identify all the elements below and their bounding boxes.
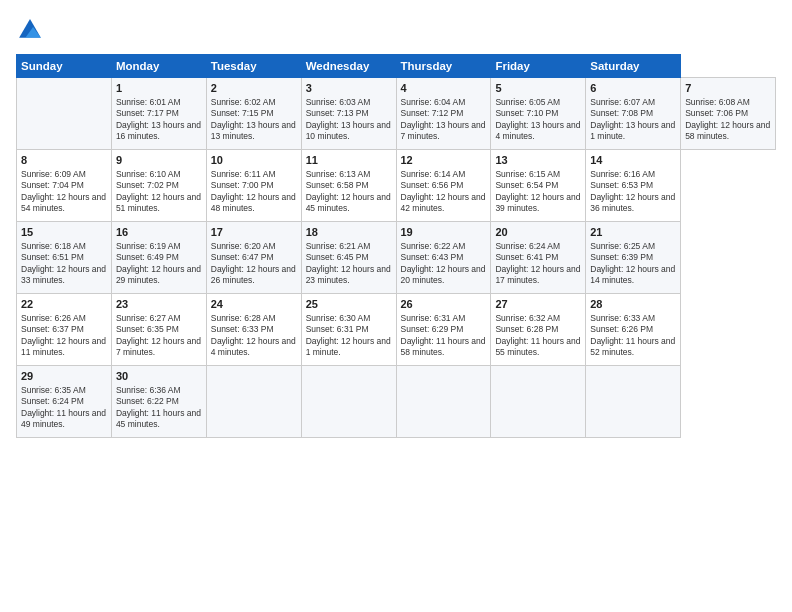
day-number: 14 xyxy=(590,153,676,168)
table-row: 11Sunrise: 6:13 AMSunset: 6:58 PMDayligh… xyxy=(301,150,396,222)
daylight-text: Daylight: 12 hours and 4 minutes. xyxy=(211,336,296,357)
sunrise-text: Sunrise: 6:18 AM xyxy=(21,241,86,251)
sunset-text: Sunset: 6:24 PM xyxy=(21,396,84,406)
table-row: 9Sunrise: 6:10 AMSunset: 7:02 PMDaylight… xyxy=(111,150,206,222)
table-row: 18Sunrise: 6:21 AMSunset: 6:45 PMDayligh… xyxy=(301,222,396,294)
sunrise-text: Sunrise: 6:26 AM xyxy=(21,313,86,323)
col-header-wednesday: Wednesday xyxy=(301,55,396,78)
col-header-monday: Monday xyxy=(111,55,206,78)
sunrise-text: Sunrise: 6:35 AM xyxy=(21,385,86,395)
sunrise-text: Sunrise: 6:24 AM xyxy=(495,241,560,251)
day-number: 27 xyxy=(495,297,581,312)
daylight-text: Daylight: 11 hours and 52 minutes. xyxy=(590,336,675,357)
sunrise-text: Sunrise: 6:30 AM xyxy=(306,313,371,323)
table-row: 12Sunrise: 6:14 AMSunset: 6:56 PMDayligh… xyxy=(396,150,491,222)
sunrise-text: Sunrise: 6:13 AM xyxy=(306,169,371,179)
day-number: 28 xyxy=(590,297,676,312)
daylight-text: Daylight: 12 hours and 42 minutes. xyxy=(401,192,486,213)
sunset-text: Sunset: 6:28 PM xyxy=(495,324,558,334)
day-number: 18 xyxy=(306,225,392,240)
table-row: 25Sunrise: 6:30 AMSunset: 6:31 PMDayligh… xyxy=(301,294,396,366)
col-header-tuesday: Tuesday xyxy=(206,55,301,78)
col-header-saturday: Saturday xyxy=(586,55,681,78)
day-number: 9 xyxy=(116,153,202,168)
daylight-text: Daylight: 13 hours and 10 minutes. xyxy=(306,120,391,141)
sunrise-text: Sunrise: 6:04 AM xyxy=(401,97,466,107)
table-row: 14Sunrise: 6:16 AMSunset: 6:53 PMDayligh… xyxy=(586,150,681,222)
sunset-text: Sunset: 6:43 PM xyxy=(401,252,464,262)
day-number: 30 xyxy=(116,369,202,384)
calendar-page: SundayMondayTuesdayWednesdayThursdayFrid… xyxy=(0,0,792,612)
sunset-text: Sunset: 6:54 PM xyxy=(495,180,558,190)
sunset-text: Sunset: 6:41 PM xyxy=(495,252,558,262)
daylight-text: Daylight: 12 hours and 48 minutes. xyxy=(211,192,296,213)
sunset-text: Sunset: 6:56 PM xyxy=(401,180,464,190)
daylight-text: Daylight: 12 hours and 20 minutes. xyxy=(401,264,486,285)
daylight-text: Daylight: 12 hours and 23 minutes. xyxy=(306,264,391,285)
sunrise-text: Sunrise: 6:31 AM xyxy=(401,313,466,323)
sunset-text: Sunset: 7:04 PM xyxy=(21,180,84,190)
sunset-text: Sunset: 6:33 PM xyxy=(211,324,274,334)
table-row xyxy=(491,366,586,438)
sunset-text: Sunset: 6:51 PM xyxy=(21,252,84,262)
table-row: 6Sunrise: 6:07 AMSunset: 7:08 PMDaylight… xyxy=(586,78,681,150)
table-row: 22Sunrise: 6:26 AMSunset: 6:37 PMDayligh… xyxy=(17,294,112,366)
sunset-text: Sunset: 7:08 PM xyxy=(590,108,653,118)
table-row: 30Sunrise: 6:36 AMSunset: 6:22 PMDayligh… xyxy=(111,366,206,438)
sunrise-text: Sunrise: 6:07 AM xyxy=(590,97,655,107)
sunset-text: Sunset: 7:17 PM xyxy=(116,108,179,118)
sunset-text: Sunset: 6:49 PM xyxy=(116,252,179,262)
table-row: 1Sunrise: 6:01 AMSunset: 7:17 PMDaylight… xyxy=(111,78,206,150)
day-number: 7 xyxy=(685,81,771,96)
sunrise-text: Sunrise: 6:36 AM xyxy=(116,385,181,395)
table-row xyxy=(586,366,681,438)
daylight-text: Daylight: 13 hours and 13 minutes. xyxy=(211,120,296,141)
day-number: 11 xyxy=(306,153,392,168)
daylight-text: Daylight: 12 hours and 58 minutes. xyxy=(685,120,770,141)
table-row: 19Sunrise: 6:22 AMSunset: 6:43 PMDayligh… xyxy=(396,222,491,294)
sunrise-text: Sunrise: 6:20 AM xyxy=(211,241,276,251)
sunrise-text: Sunrise: 6:22 AM xyxy=(401,241,466,251)
daylight-text: Daylight: 13 hours and 4 minutes. xyxy=(495,120,580,141)
week-row-1: 1Sunrise: 6:01 AMSunset: 7:17 PMDaylight… xyxy=(17,78,776,150)
daylight-text: Daylight: 12 hours and 51 minutes. xyxy=(116,192,201,213)
sunset-text: Sunset: 6:39 PM xyxy=(590,252,653,262)
sunset-text: Sunset: 6:29 PM xyxy=(401,324,464,334)
day-number: 26 xyxy=(401,297,487,312)
daylight-text: Daylight: 11 hours and 58 minutes. xyxy=(401,336,486,357)
table-row xyxy=(396,366,491,438)
daylight-text: Daylight: 11 hours and 49 minutes. xyxy=(21,408,106,429)
day-number: 21 xyxy=(590,225,676,240)
table-row: 10Sunrise: 6:11 AMSunset: 7:00 PMDayligh… xyxy=(206,150,301,222)
table-row: 27Sunrise: 6:32 AMSunset: 6:28 PMDayligh… xyxy=(491,294,586,366)
sunrise-text: Sunrise: 6:32 AM xyxy=(495,313,560,323)
table-row: 5Sunrise: 6:05 AMSunset: 7:10 PMDaylight… xyxy=(491,78,586,150)
calendar-table: SundayMondayTuesdayWednesdayThursdayFrid… xyxy=(16,54,776,438)
sunset-text: Sunset: 7:12 PM xyxy=(401,108,464,118)
sunset-text: Sunset: 7:13 PM xyxy=(306,108,369,118)
col-header-sunday: Sunday xyxy=(17,55,112,78)
sunrise-text: Sunrise: 6:10 AM xyxy=(116,169,181,179)
day-number: 20 xyxy=(495,225,581,240)
sunrise-text: Sunrise: 6:08 AM xyxy=(685,97,750,107)
daylight-text: Daylight: 12 hours and 11 minutes. xyxy=(21,336,106,357)
table-row: 17Sunrise: 6:20 AMSunset: 6:47 PMDayligh… xyxy=(206,222,301,294)
day-number: 13 xyxy=(495,153,581,168)
sunset-text: Sunset: 7:15 PM xyxy=(211,108,274,118)
table-row: 23Sunrise: 6:27 AMSunset: 6:35 PMDayligh… xyxy=(111,294,206,366)
sunset-text: Sunset: 6:37 PM xyxy=(21,324,84,334)
day-number: 22 xyxy=(21,297,107,312)
sunrise-text: Sunrise: 6:09 AM xyxy=(21,169,86,179)
table-row: 20Sunrise: 6:24 AMSunset: 6:41 PMDayligh… xyxy=(491,222,586,294)
day-number: 16 xyxy=(116,225,202,240)
day-number: 2 xyxy=(211,81,297,96)
daylight-text: Daylight: 12 hours and 45 minutes. xyxy=(306,192,391,213)
daylight-text: Daylight: 11 hours and 45 minutes. xyxy=(116,408,201,429)
table-row: 24Sunrise: 6:28 AMSunset: 6:33 PMDayligh… xyxy=(206,294,301,366)
sunrise-text: Sunrise: 6:28 AM xyxy=(211,313,276,323)
day-number: 24 xyxy=(211,297,297,312)
daylight-text: Daylight: 12 hours and 29 minutes. xyxy=(116,264,201,285)
table-row xyxy=(206,366,301,438)
table-row xyxy=(301,366,396,438)
sunset-text: Sunset: 6:53 PM xyxy=(590,180,653,190)
